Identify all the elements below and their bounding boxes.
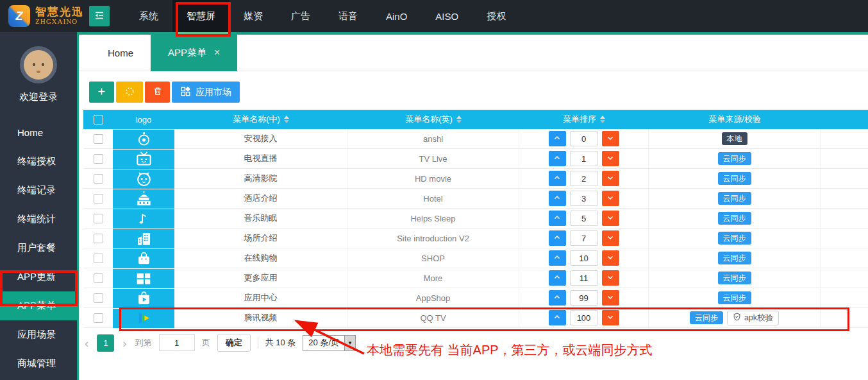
sidebar-collapse-button[interactable] — [89, 6, 110, 26]
column-header-sort[interactable]: 菜单排序 — [519, 114, 649, 125]
goto-page-input[interactable] — [159, 334, 195, 351]
sidebar-item-0[interactable]: Home — [0, 118, 77, 147]
next-page-button[interactable]: › — [121, 337, 128, 349]
row-checkbox[interactable] — [94, 234, 103, 243]
sort-down-button[interactable] — [602, 211, 619, 226]
sidebar-item-5[interactable]: APP更新 — [0, 263, 77, 291]
sort-order-input[interactable] — [570, 290, 598, 306]
sort-carets-icon[interactable] — [456, 116, 462, 123]
sort-up-button[interactable] — [549, 230, 566, 246]
sort-down-button[interactable] — [602, 131, 619, 146]
menu-name-en: SHOP — [347, 248, 519, 268]
source-badges: 云同步apk校验 — [690, 311, 779, 325]
row-checkbox[interactable] — [94, 313, 103, 323]
dropdown-arrow-icon[interactable]: ▼ — [344, 335, 356, 351]
nav-item-0[interactable]: 系统 — [125, 0, 172, 32]
sort-up-button[interactable] — [549, 270, 566, 286]
sort-down-button[interactable] — [602, 270, 619, 286]
chevron-up-icon — [553, 214, 562, 223]
sort-down-button[interactable] — [602, 290, 619, 306]
sort-order-input[interactable] — [570, 151, 598, 166]
sort-down-button[interactable] — [602, 230, 619, 246]
row-checkbox[interactable] — [94, 194, 103, 203]
sort-order-input[interactable] — [570, 230, 598, 246]
chevron-up-icon — [553, 234, 562, 243]
welcome-text: 欢迎登录 — [0, 91, 77, 104]
row-checkbox[interactable] — [94, 154, 103, 164]
page-number-button[interactable]: 1 — [97, 334, 114, 352]
sidebar-item-6[interactable]: APP菜单 — [0, 291, 77, 320]
sort-order-input[interactable] — [570, 250, 598, 266]
top-navbar: Z 智慧光迅 ZHGXAINO 系统智慧屏媒资广告语音AinOAISO授权 — [0, 0, 868, 32]
sidebar-menu: Home终端授权终端记录终端统计用户套餐APP更新APP菜单应用场景商城管理其它… — [0, 118, 77, 380]
column-header-name-en[interactable]: 菜单名称(英) — [347, 114, 519, 125]
nav-item-5[interactable]: AinO — [372, 0, 421, 32]
sidebar-item-7[interactable]: 应用场景 — [0, 320, 77, 349]
nav-item-4[interactable]: 语音 — [324, 0, 372, 32]
select-all-checkbox[interactable] — [94, 115, 103, 125]
sort-up-button[interactable] — [549, 131, 566, 146]
source-badges: 云同步 — [718, 232, 751, 245]
sort-carets-icon[interactable] — [600, 116, 605, 123]
sidebar-item-2[interactable]: 终端记录 — [0, 176, 77, 205]
tab-0[interactable]: Home — [90, 35, 151, 71]
sort-order-input[interactable] — [570, 270, 598, 286]
sort-up-button[interactable] — [549, 151, 566, 166]
sidebar-item-8[interactable]: 商城管理 — [0, 349, 77, 378]
tab-close-icon[interactable]: × — [214, 48, 220, 58]
main-content: HomeAPP菜单× 应用市场 logo 菜单名称(中) 菜单名称(英) — [79, 35, 868, 380]
app-menu-table: logo 菜单名称(中) 菜单名称(英) 菜单排序 菜单来源/校验 安视接入an… — [83, 110, 868, 328]
row-checkbox[interactable] — [94, 254, 103, 263]
source-badge: 云同步 — [690, 311, 723, 324]
refresh-button[interactable] — [116, 82, 143, 103]
confirm-button[interactable]: 确定 — [217, 334, 251, 352]
chevron-up-icon — [553, 293, 562, 303]
sort-down-button[interactable] — [602, 250, 619, 266]
row-checkbox[interactable] — [94, 273, 103, 283]
nav-item-6[interactable]: AISO — [421, 0, 472, 32]
nav-item-1[interactable]: 智慧屏 — [172, 0, 230, 32]
delete-button[interactable] — [145, 82, 170, 103]
sort-up-button[interactable] — [549, 211, 566, 226]
sort-order-input[interactable] — [570, 171, 598, 186]
sidebar: 欢迎登录 Home终端授权终端记录终端统计用户套餐APP更新APP菜单应用场景商… — [0, 32, 77, 380]
app-market-button[interactable]: 应用市场 — [172, 82, 240, 103]
add-button[interactable] — [89, 82, 114, 103]
row-checkbox[interactable] — [94, 174, 103, 184]
menu-name-en: TV Live — [347, 149, 519, 168]
nav-item-7[interactable]: 授权 — [472, 0, 520, 32]
page-size-select[interactable]: 20 条/页 ▼ — [303, 335, 356, 351]
sort-order-input[interactable] — [570, 191, 598, 206]
avatar[interactable] — [20, 46, 57, 83]
chevron-up-icon — [553, 134, 562, 144]
row-checkbox[interactable] — [94, 214, 103, 223]
sort-up-button[interactable] — [549, 310, 566, 325]
sort-down-button[interactable] — [602, 171, 619, 186]
sort-down-button[interactable] — [602, 151, 619, 166]
avatar-face-icon — [24, 50, 53, 80]
prev-page-button[interactable]: ‹ — [83, 337, 90, 349]
sort-carets-icon[interactable] — [284, 116, 289, 123]
content-left-accent — [77, 32, 79, 380]
nav-item-3[interactable]: 广告 — [277, 0, 324, 32]
column-header-source: 菜单来源/校验 — [649, 114, 821, 125]
nav-item-2[interactable]: 媒资 — [230, 0, 277, 32]
sort-order-input[interactable] — [570, 131, 598, 146]
column-header-name-cn[interactable]: 菜单名称(中) — [174, 114, 347, 125]
sort-up-button[interactable] — [549, 191, 566, 206]
sort-up-button[interactable] — [549, 290, 566, 306]
table-row: 电视直播TV Live云同步 — [83, 149, 868, 169]
sidebar-item-4[interactable]: 用户套餐 — [0, 234, 77, 263]
tab-1[interactable]: APP菜单× — [151, 35, 237, 71]
row-checkbox[interactable] — [94, 293, 103, 303]
row-checkbox[interactable] — [94, 134, 103, 144]
menu-name-en: HD movie — [347, 169, 519, 188]
sidebar-item-1[interactable]: 终端授权 — [0, 147, 77, 176]
sort-down-button[interactable] — [602, 310, 619, 325]
sort-down-button[interactable] — [602, 191, 619, 206]
sidebar-item-3[interactable]: 终端统计 — [0, 205, 77, 234]
sort-up-button[interactable] — [549, 250, 566, 266]
sort-order-input[interactable] — [570, 211, 598, 226]
sort-order-input[interactable] — [570, 310, 598, 325]
sort-up-button[interactable] — [549, 171, 566, 186]
